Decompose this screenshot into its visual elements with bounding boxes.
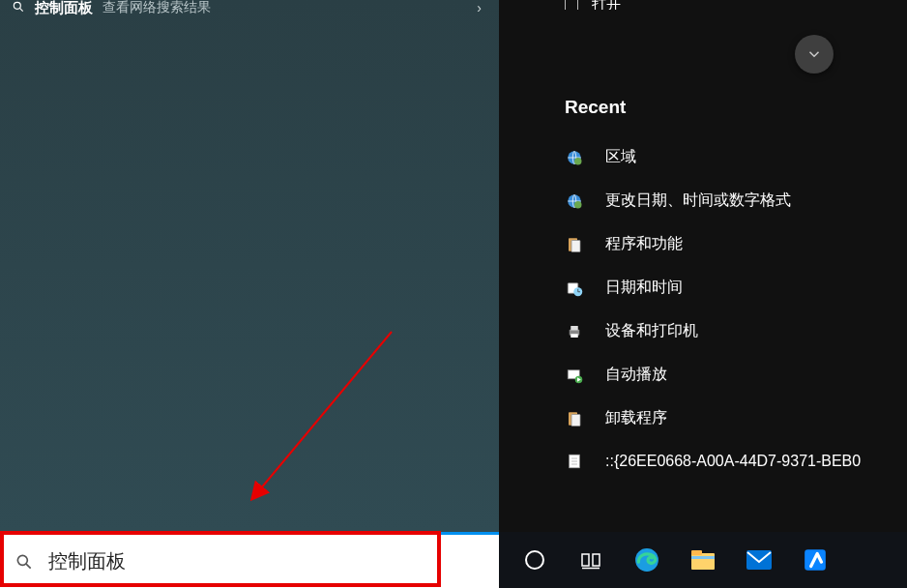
svg-rect-13 bbox=[571, 326, 578, 331]
top-result-subtitle: 查看网络搜索结果 bbox=[102, 0, 211, 15]
svg-line-27 bbox=[26, 564, 31, 569]
svg-rect-36 bbox=[746, 550, 772, 570]
svg-rect-29 bbox=[582, 554, 589, 566]
recent-item-label: 自动播放 bbox=[605, 365, 667, 385]
chevron-down-icon bbox=[805, 45, 823, 63]
file-icon bbox=[565, 452, 584, 471]
autoplay-icon bbox=[565, 366, 584, 385]
svg-rect-34 bbox=[691, 550, 702, 555]
recent-item-printer[interactable]: 设备和打印机 bbox=[499, 309, 907, 353]
recent-item-label: 日期和时间 bbox=[605, 278, 683, 298]
recent-item-label: 程序和功能 bbox=[605, 234, 683, 254]
svg-rect-7 bbox=[571, 240, 580, 251]
svg-rect-35 bbox=[691, 556, 715, 559]
expand-button[interactable] bbox=[795, 35, 834, 74]
recent-item-region[interactable]: 区域 bbox=[499, 135, 907, 179]
result-detail-panel: 打开 Recent 区域 更改日期、时间或数字格式 程序和功能 bbox=[499, 0, 907, 532]
taskbar-search[interactable] bbox=[0, 532, 499, 588]
recent-list: 区域 更改日期、时间或数字格式 程序和功能 日期和时间 设备和打印机 bbox=[499, 135, 907, 483]
taskview-icon[interactable] bbox=[576, 545, 605, 574]
svg-point-0 bbox=[14, 2, 20, 9]
globe-settings-icon bbox=[565, 148, 584, 167]
recent-item-label: 卸载程序 bbox=[605, 408, 667, 428]
recent-item-date-format[interactable]: 更改日期、时间或数字格式 bbox=[499, 179, 907, 222]
svg-point-3 bbox=[574, 158, 582, 165]
search-results-panel: 控制面板 查看网络搜索结果 › bbox=[0, 0, 499, 532]
datetime-icon bbox=[565, 279, 584, 298]
search-input[interactable] bbox=[48, 535, 499, 588]
app-icon[interactable] bbox=[801, 545, 830, 574]
taskbar bbox=[0, 532, 907, 588]
explorer-icon[interactable] bbox=[688, 545, 717, 574]
programs-icon bbox=[565, 409, 584, 428]
search-icon bbox=[0, 552, 48, 572]
recent-item-guid[interactable]: ::{26EE0668-A00A-44D7-9371-BEB0 bbox=[499, 440, 907, 483]
globe-settings-icon bbox=[565, 191, 584, 211]
chevron-right-icon: › bbox=[477, 0, 487, 15]
cortana-icon[interactable] bbox=[520, 545, 549, 574]
svg-point-28 bbox=[526, 551, 543, 569]
top-search-result[interactable]: 控制面板 查看网络搜索结果 › bbox=[0, 0, 499, 15]
edge-icon[interactable] bbox=[632, 545, 661, 574]
svg-rect-30 bbox=[593, 554, 600, 566]
svg-rect-14 bbox=[571, 334, 578, 338]
open-action[interactable]: 打开 bbox=[499, 0, 907, 10]
recent-item-label: 设备和打印机 bbox=[605, 321, 698, 341]
svg-point-26 bbox=[17, 555, 27, 565]
top-result-title: 控制面板 bbox=[35, 0, 93, 15]
printer-icon bbox=[565, 322, 584, 341]
recent-item-uninstall[interactable]: 卸载程序 bbox=[499, 397, 907, 440]
open-label: 打开 bbox=[592, 0, 621, 10]
open-icon bbox=[565, 0, 578, 10]
recent-item-label: 区域 bbox=[605, 147, 636, 167]
recent-item-programs[interactable]: 程序和功能 bbox=[499, 222, 907, 266]
svg-rect-33 bbox=[691, 553, 715, 570]
svg-rect-19 bbox=[571, 414, 580, 426]
recent-header: Recent bbox=[499, 10, 907, 135]
svg-point-5 bbox=[574, 201, 582, 209]
recent-item-datetime[interactable]: 日期和时间 bbox=[499, 266, 907, 309]
taskbar-pinned-apps bbox=[499, 532, 907, 588]
svg-line-1 bbox=[19, 8, 22, 11]
recent-item-label: 更改日期、时间或数字格式 bbox=[605, 191, 791, 211]
recent-item-autoplay[interactable]: 自动播放 bbox=[499, 353, 907, 397]
search-icon bbox=[12, 0, 25, 15]
programs-icon bbox=[565, 235, 584, 254]
recent-item-label: ::{26EE0668-A00A-44D7-9371-BEB0 bbox=[605, 453, 861, 470]
mail-icon[interactable] bbox=[745, 545, 774, 574]
